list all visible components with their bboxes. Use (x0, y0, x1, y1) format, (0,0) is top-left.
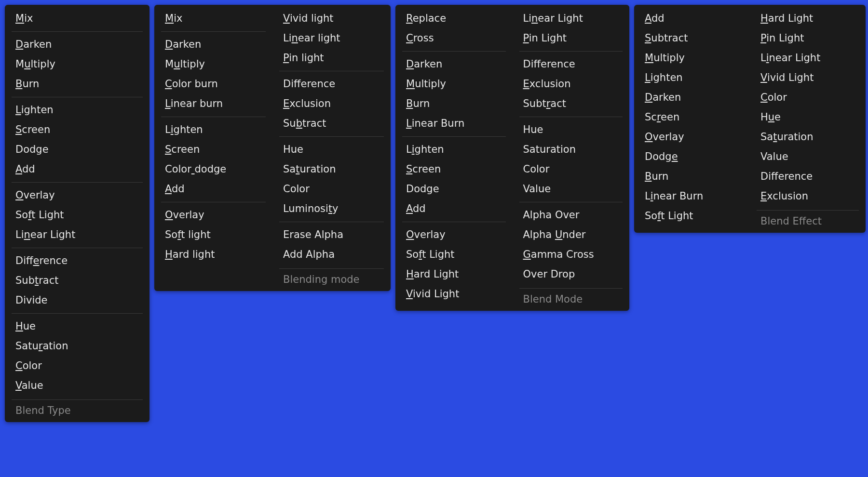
menu-item-overlay[interactable]: Overlay (395, 225, 513, 245)
menu-item-replace[interactable]: Replace (395, 9, 513, 28)
menu-item-add-alpha[interactable]: Add Alpha (272, 245, 391, 265)
menu-item-saturation[interactable]: Saturation (750, 127, 866, 147)
menu-item-burn[interactable]: Burn (395, 94, 513, 114)
menu-item-lighten[interactable]: Lighten (395, 140, 513, 159)
menu-columns: ReplaceCrossDarkenMultiplyBurnLinear Bur… (395, 9, 629, 308)
menu-item-value[interactable]: Value (513, 179, 630, 199)
menu-item-subtract[interactable]: Subtract (272, 114, 391, 133)
menu-item-dodge[interactable]: Dodge (634, 147, 750, 167)
menu-separator (279, 71, 384, 71)
menu-item-lighten[interactable]: Lighten (5, 100, 149, 120)
menu-item-saturation[interactable]: Saturation (513, 140, 630, 159)
menu-item-soft-light[interactable]: Soft light (154, 225, 272, 245)
menu-item-linear-burn[interactable]: Linear Burn (634, 186, 750, 206)
menu-item-difference[interactable]: Difference (750, 167, 866, 186)
menu-item-value[interactable]: Value (5, 376, 149, 396)
menu-item-add[interactable]: Add (154, 179, 272, 199)
menu-item-over-drop[interactable]: Over Drop (513, 265, 630, 284)
menu-separator (12, 182, 143, 183)
menu-item-saturation[interactable]: Saturation (272, 159, 391, 179)
menu-item-hue[interactable]: Hue (5, 317, 149, 336)
menu-item-color[interactable]: Color (5, 356, 149, 376)
menu-item-screen[interactable]: Screen (395, 159, 513, 179)
panel-title: Blend Mode (513, 289, 630, 308)
menu-item-lighten[interactable]: Lighten (634, 68, 750, 88)
menu-item-pin-light[interactable]: Pin Light (750, 28, 866, 48)
menu-item-subtract[interactable]: Subtract (634, 28, 750, 48)
menu-item-cross[interactable]: Cross (395, 28, 513, 48)
menu-item-multiply[interactable]: Multiply (395, 74, 513, 94)
menu-item-subtract[interactable]: Subtract (513, 94, 630, 114)
menu-item-subtract[interactable]: Subtract (5, 271, 149, 291)
menu-item-add[interactable]: Add (634, 9, 750, 28)
menu-item-multiply[interactable]: Multiply (634, 48, 750, 68)
menu-item-add[interactable]: Add (5, 159, 149, 179)
menu-item-color-dodge[interactable]: Color dodge (154, 159, 272, 179)
menu-item-exclusion[interactable]: Exclusion (750, 186, 866, 206)
panel-blending-mode: MixDarkenMultiplyColor burnLinear burnLi… (154, 5, 391, 291)
menu-item-linear-light[interactable]: Linear Light (5, 225, 149, 245)
menu-item-pin-light[interactable]: Pin Light (513, 28, 630, 48)
menu-separator (402, 51, 506, 52)
menu-item-alpha-over[interactable]: Alpha Over (513, 205, 630, 225)
menu-item-luminosity[interactable]: Luminosity (272, 199, 391, 219)
menu-item-overlay[interactable]: Overlay (154, 205, 272, 225)
menu-item-mix[interactable]: Mix (5, 9, 149, 28)
menu-item-linear-light[interactable]: Linear Light (750, 48, 866, 68)
menu-item-hard-light[interactable]: Hard Light (750, 9, 866, 28)
menu-item-soft-light[interactable]: Soft Light (634, 206, 750, 226)
menu-item-lighten[interactable]: Lighten (154, 120, 272, 140)
menu-item-gamma-cross[interactable]: Gamma Cross (513, 245, 630, 265)
menu-item-erase-alpha[interactable]: Erase Alpha (272, 225, 391, 245)
menu-item-overlay[interactable]: Overlay (5, 186, 149, 205)
menu-columns: AddSubtractMultiplyLightenDarkenScreenOv… (634, 9, 866, 230)
menu-item-linear-light[interactable]: Linear light (272, 28, 391, 48)
menu-item-screen[interactable]: Screen (154, 140, 272, 159)
menu-item-burn[interactable]: Burn (5, 74, 149, 94)
menu-item-color[interactable]: Color (272, 179, 391, 199)
menu-item-linear-burn[interactable]: Linear Burn (395, 114, 513, 133)
menu-item-vivid-light[interactable]: Vivid light (272, 9, 391, 28)
menu-item-add[interactable]: Add (395, 199, 513, 219)
menu-column: MixDarkenMultiplyBurnLightenScreenDodgeA… (5, 9, 149, 419)
menu-item-soft-light[interactable]: Soft Light (395, 245, 513, 265)
menu-item-darken[interactable]: Darken (395, 54, 513, 74)
menu-item-vivid-light[interactable]: Vivid Light (750, 68, 866, 88)
menu-item-alpha-under[interactable]: Alpha Under (513, 225, 630, 245)
menu-item-multiply[interactable]: Multiply (5, 54, 149, 74)
menu-item-pin-light[interactable]: Pin light (272, 48, 391, 68)
menu-item-linear-light[interactable]: Linear Light (513, 9, 630, 28)
menu-item-darken[interactable]: Darken (5, 35, 149, 54)
menu-item-multiply[interactable]: Multiply (154, 54, 272, 74)
menu-item-saturation[interactable]: Saturation (5, 336, 149, 356)
menu-item-screen[interactable]: Screen (5, 120, 149, 140)
menu-item-difference[interactable]: Difference (272, 74, 391, 94)
menu-item-soft-light[interactable]: Soft Light (5, 205, 149, 225)
menu-item-hue[interactable]: Hue (513, 120, 630, 140)
menu-item-divide[interactable]: Divide (5, 291, 149, 310)
menu-item-vivid-light[interactable]: Vivid Light (395, 284, 513, 304)
menu-separator (12, 97, 143, 97)
menu-item-darken[interactable]: Darken (154, 35, 272, 54)
menu-item-hue[interactable]: Hue (750, 107, 866, 127)
menu-item-value[interactable]: Value (750, 147, 866, 167)
menu-item-color-burn[interactable]: Color burn (154, 74, 272, 94)
menu-item-dodge[interactable]: Dodge (395, 179, 513, 199)
menu-item-exclusion[interactable]: Exclusion (272, 94, 391, 114)
menu-item-difference[interactable]: Difference (5, 251, 149, 271)
menu-item-overlay[interactable]: Overlay (634, 127, 750, 147)
menu-item-linear-burn[interactable]: Linear burn (154, 94, 272, 114)
menu-item-hard-light[interactable]: Hard light (154, 245, 272, 265)
menu-item-color[interactable]: Color (513, 159, 630, 179)
menu-item-mix[interactable]: Mix (154, 9, 272, 28)
menu-item-color[interactable]: Color (750, 88, 866, 107)
menu-item-hue[interactable]: Hue (272, 140, 391, 159)
menu-item-darken[interactable]: Darken (634, 88, 750, 107)
panel-title: Blend Type (5, 400, 149, 419)
menu-item-exclusion[interactable]: Exclusion (513, 74, 630, 94)
menu-item-hard-light[interactable]: Hard Light (395, 265, 513, 284)
menu-item-dodge[interactable]: Dodge (5, 140, 149, 159)
menu-item-difference[interactable]: Difference (513, 54, 630, 74)
menu-item-burn[interactable]: Burn (634, 167, 750, 186)
menu-item-screen[interactable]: Screen (634, 107, 750, 127)
